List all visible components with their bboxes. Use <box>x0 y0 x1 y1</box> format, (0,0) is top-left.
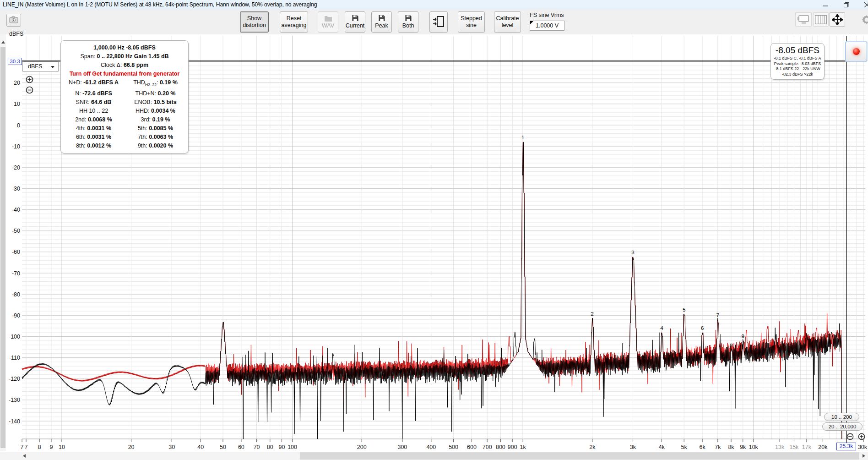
horizontal-scrollbar-thumb[interactable] <box>300 452 859 460</box>
floppy-icon <box>378 15 385 22</box>
svg-text:-30: -30 <box>12 186 20 192</box>
svg-text:3k: 3k <box>630 444 636 450</box>
svg-text:50: 50 <box>220 444 226 450</box>
zoom-in-y-button[interactable] <box>26 76 33 83</box>
level-readout-main: -8.05 dBFS <box>772 45 823 56</box>
scroll-up-arrow-icon[interactable] <box>0 39 6 45</box>
folder-icon <box>324 15 332 22</box>
svg-text:80: 80 <box>267 444 273 450</box>
move-arrows-icon <box>832 14 843 25</box>
columns-icon <box>815 15 827 24</box>
save-both-button[interactable]: Both <box>398 11 418 33</box>
svg-text:-110: -110 <box>9 355 20 361</box>
svg-text:-40: -40 <box>12 207 20 213</box>
svg-text:40: 40 <box>197 444 204 450</box>
minimize-icon <box>823 2 828 7</box>
svg-text:5k: 5k <box>681 444 688 450</box>
svg-text:-130: -130 <box>9 397 20 403</box>
svg-text:3: 3 <box>631 250 634 255</box>
svg-text:10: 10 <box>14 101 20 107</box>
svg-text:17k: 17k <box>802 444 812 450</box>
svg-text:4k: 4k <box>659 444 665 450</box>
svg-text:2k: 2k <box>589 444 596 450</box>
level-readout-line: -82.3 dBFS >22k <box>772 72 823 77</box>
reset-averaging-button[interactable]: Reset averaging <box>280 11 308 33</box>
title-bar: LINE_IN (Master Volume) L on In 1-2 (MOT… <box>0 0 868 9</box>
vertical-scrollbar-thumb[interactable] <box>0 47 5 448</box>
record-icon <box>853 48 860 55</box>
measurement-info-panel: 1,000.00 Hz -8.05 dBFSSpan: 0 .. 22,800 … <box>60 40 189 153</box>
svg-text:5: 5 <box>683 307 685 312</box>
scroll-left-arrow-icon[interactable] <box>21 453 27 459</box>
range-button-10-200[interactable]: 10 .. 200 <box>824 413 859 421</box>
stat-row: HH 10 .. 22HHD: 0.0034 % <box>63 107 186 115</box>
settings-gear-icon[interactable] <box>861 13 868 27</box>
zoom-in-x-button[interactable] <box>858 433 865 440</box>
vertical-scrollbar[interactable] <box>0 34 6 451</box>
save-current-label: Current <box>346 22 365 29</box>
svg-text:13k: 13k <box>775 444 785 450</box>
close-button[interactable] <box>860 1 868 8</box>
info-header-row: Clock Δ: 66.8 ppm <box>63 61 186 70</box>
floppy-icon <box>405 15 412 22</box>
svg-text:9k: 9k <box>740 444 746 450</box>
monitor-view-button[interactable] <box>795 12 812 27</box>
svg-text:1k: 1k <box>520 444 526 450</box>
svg-text:600: 600 <box>467 444 477 450</box>
cursor-level-box: 30.3 <box>8 58 22 65</box>
stat-row: N+D: -61.2 dBFS ATHDH2..22: 0.19 % <box>63 78 186 89</box>
save-peak-button[interactable]: Peak <box>371 11 392 33</box>
trace-averaged <box>22 142 842 439</box>
save-current-button[interactable]: Current <box>345 11 365 33</box>
save-peak-label: Peak <box>375 22 388 29</box>
restore-button[interactable] <box>840 1 853 8</box>
svg-text:8: 8 <box>38 444 41 450</box>
svg-text:70: 70 <box>254 444 260 450</box>
zoom-out-x-button[interactable] <box>846 433 854 440</box>
wav-button[interactable]: WAV <box>318 11 338 33</box>
record-button[interactable] <box>846 42 867 61</box>
svg-text:9: 9 <box>742 334 744 339</box>
svg-text:100: 100 <box>288 444 297 450</box>
svg-text:60: 60 <box>238 444 244 450</box>
y-unit-dropdown[interactable]: dBFS <box>22 61 59 72</box>
fit-view-button[interactable] <box>830 12 845 27</box>
svg-text:30k: 30k <box>858 444 868 450</box>
columns-view-button[interactable] <box>813 12 829 27</box>
show-distortion-button[interactable]: Show distortion <box>240 11 269 33</box>
reset-averaging-label: Reset averaging <box>282 15 307 29</box>
floppy-icon <box>352 15 359 22</box>
svg-text:90: 90 <box>279 444 285 450</box>
zoom-out-y-button[interactable] <box>26 86 33 94</box>
svg-text:200: 200 <box>357 444 367 450</box>
horizontal-scrollbar[interactable] <box>0 452 868 460</box>
fs-sine-vrms-input[interactable]: 1.0000 V <box>530 21 564 31</box>
stat-row: 4th: 0.0031 %5th: 0.0085 % <box>63 124 186 133</box>
toolbar: Show distortionReset averagingWAVCurrent… <box>0 9 868 34</box>
info-header-row: Span: 0 .. 22,800 Hz Gain 1.45 dB <box>63 52 186 61</box>
svg-text:-50: -50 <box>12 228 20 234</box>
calibrate-level-button[interactable]: Calibrate level <box>494 11 521 33</box>
range-button-20-20000[interactable]: 20 .. 20,000 <box>822 422 863 431</box>
svg-text:20: 20 <box>14 80 20 86</box>
svg-text:6: 6 <box>701 325 704 331</box>
svg-text:-70: -70 <box>12 270 20 277</box>
level-readout-line: -8.1 dBFS 22 - 22k UNW <box>772 66 823 72</box>
wav-label: WAV <box>322 22 334 29</box>
save-both-label: Both <box>402 22 414 29</box>
svg-text:8: 8 <box>730 343 732 348</box>
x-axis-labels: 7789102030405060708090100200300400500600… <box>21 439 868 450</box>
svg-text:2: 2 <box>591 311 594 317</box>
screenshot-button[interactable] <box>6 14 21 27</box>
svg-text:900: 900 <box>508 444 517 450</box>
svg-text:10: 10 <box>59 444 65 450</box>
svg-text:-100: -100 <box>9 334 20 340</box>
generator-warning-text: Turn off Get fundamental from generator <box>63 70 186 78</box>
import-signal-button[interactable] <box>429 11 448 33</box>
y-axis-unit-label: dBFS <box>9 31 23 37</box>
svg-text:-140: -140 <box>9 418 20 425</box>
minimize-button[interactable] <box>819 1 832 8</box>
svg-text:7k: 7k <box>715 444 721 450</box>
scroll-right-arrow-icon[interactable] <box>861 453 867 459</box>
stepped-sine-button[interactable]: Stepped sine <box>458 11 485 33</box>
